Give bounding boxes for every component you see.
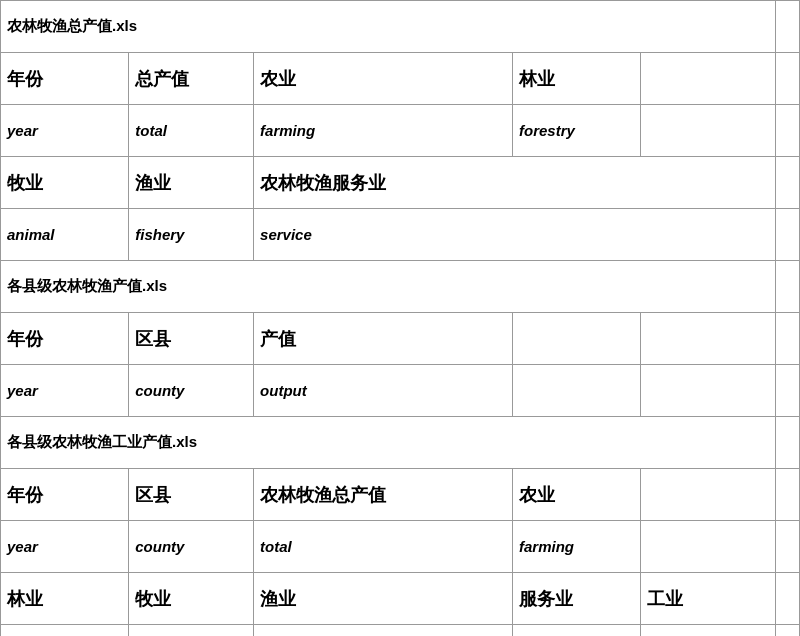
s1r4c2: fishery: [129, 209, 254, 261]
s1r3c3: 农林牧渔服务业: [254, 157, 776, 209]
s1r3c1: 牧业: [1, 157, 129, 209]
s3r1c6: [775, 469, 799, 521]
section3-empty: [775, 417, 799, 469]
s3r4c1: forestry: [1, 625, 129, 637]
s3r1c4: 农业: [513, 469, 641, 521]
s3r4c2: animal: [129, 625, 254, 637]
s2r2c5: [641, 365, 775, 417]
s2r1c5: [641, 313, 775, 365]
s2r1c3: 产值: [254, 313, 513, 365]
s3r3c3: 渔业: [254, 573, 513, 625]
s1r1c2: 总产值: [129, 53, 254, 105]
s2r2c6: [775, 365, 799, 417]
s3r4c6: [775, 625, 799, 637]
s2r1c2: 区县: [129, 313, 254, 365]
s1r4c1: animal: [1, 209, 129, 261]
section2-title: 各县级农林牧渔产值.xls: [1, 261, 776, 313]
s2r1c4: [513, 313, 641, 365]
s3r2c6: [775, 521, 799, 573]
s3r3c5: 工业: [641, 573, 775, 625]
s1r2c3: farming: [254, 105, 513, 157]
s3r3c6: [775, 573, 799, 625]
s1r4c4: [775, 209, 799, 261]
s3r1c5: [641, 469, 775, 521]
s1r1c3: 农业: [254, 53, 513, 105]
s2r2c1: year: [1, 365, 129, 417]
section1-header-row: 农林牧渔总产值.xls: [1, 1, 800, 53]
s3r3c4: 服务业: [513, 573, 641, 625]
section3-row3: 林业 牧业 渔业 服务业 工业: [1, 573, 800, 625]
s2r2c2: county: [129, 365, 254, 417]
section3-title: 各县级农林牧渔工业产值.xls: [1, 417, 776, 469]
s3r1c1: 年份: [1, 469, 129, 521]
section1-empty: [775, 1, 799, 53]
s1r4c3: service: [254, 209, 776, 261]
s1r1c4: 林业: [513, 53, 641, 105]
s3r4c3: fishery: [254, 625, 513, 637]
section1-row4: animal fishery service: [1, 209, 800, 261]
s3r2c4: farming: [513, 521, 641, 573]
s3r4c4: service: [513, 625, 641, 637]
section2-header-row: 各县级农林牧渔产值.xls: [1, 261, 800, 313]
s3r3c1: 林业: [1, 573, 129, 625]
section3-row2: year county total farming: [1, 521, 800, 573]
s3r2c1: year: [1, 521, 129, 573]
s1r2c4: forestry: [513, 105, 641, 157]
section1-row1: 年份 总产值 农业 林业: [1, 53, 800, 105]
s3r2c2: county: [129, 521, 254, 573]
s1r2c1: year: [1, 105, 129, 157]
section1-title: 农林牧渔总产值.xls: [1, 1, 776, 53]
s3r1c2: 区县: [129, 469, 254, 521]
section3-row4: forestry animal fishery service industry: [1, 625, 800, 637]
s1r2c2: total: [129, 105, 254, 157]
s1r1c5: [641, 53, 775, 105]
section1-row3: 牧业 渔业 农林牧渔服务业: [1, 157, 800, 209]
s1r2c5: [641, 105, 775, 157]
s2r2c4: [513, 365, 641, 417]
section3-header-row: 各县级农林牧渔工业产值.xls: [1, 417, 800, 469]
s2r2c3: output: [254, 365, 513, 417]
section3-row1: 年份 区县 农林牧渔总产值 农业: [1, 469, 800, 521]
s3r3c2: 牧业: [129, 573, 254, 625]
main-table: 农林牧渔总产值.xls 年份 总产值 农业 林业 year total farm…: [0, 0, 800, 636]
s1r1c1: 年份: [1, 53, 129, 105]
s3r1c3: 农林牧渔总产值: [254, 469, 513, 521]
s1r2c6: [775, 105, 799, 157]
s3r2c3: total: [254, 521, 513, 573]
s1r3c2: 渔业: [129, 157, 254, 209]
section2-row1: 年份 区县 产值: [1, 313, 800, 365]
section2-empty: [775, 261, 799, 313]
s3r4c5: industry: [641, 625, 775, 637]
s2r1c1: 年份: [1, 313, 129, 365]
s1r1c6: [775, 53, 799, 105]
s1r3c4: [775, 157, 799, 209]
s3r2c5: [641, 521, 775, 573]
s2r1c6: [775, 313, 799, 365]
section2-row2: year county output: [1, 365, 800, 417]
section1-row2: year total farming forestry: [1, 105, 800, 157]
